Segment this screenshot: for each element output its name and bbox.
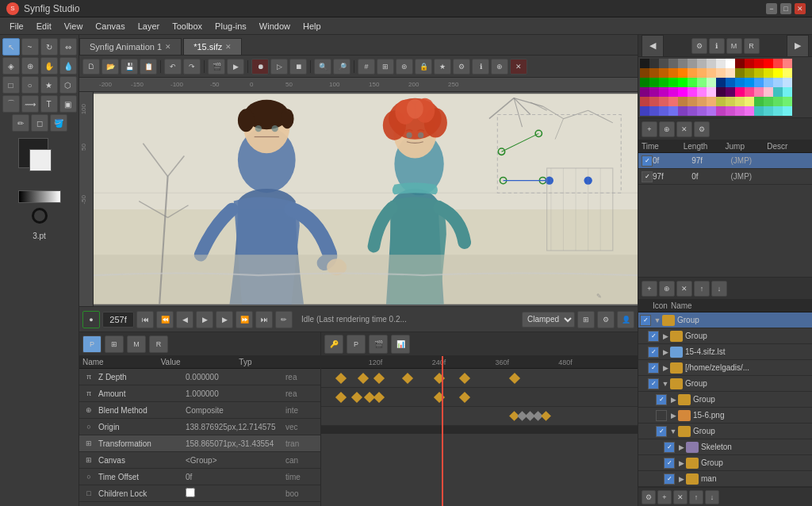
prop-canvas[interactable]: ⊞ Canvas <Group> can — [79, 452, 320, 469]
brush-tool[interactable]: ✏ — [12, 114, 29, 132]
zoom-tool[interactable]: ⊕ — [21, 57, 39, 75]
add-waypoint-btn[interactable]: ✏ — [275, 311, 293, 328]
rotate-tool[interactable]: ↻ — [40, 38, 58, 56]
palette-cell[interactable] — [726, 68, 735, 78]
tl-keyframes-tab[interactable]: 🔑 — [324, 335, 343, 354]
layer-expand-1[interactable]: ▼ — [653, 316, 662, 325]
new-canvas-btn[interactable]: 🗋 — [82, 59, 100, 75]
palette-cell[interactable] — [783, 87, 792, 97]
palette-cell[interactable] — [668, 59, 678, 68]
tl-render-tab[interactable]: 🎬 — [369, 335, 388, 354]
menu-layer[interactable]: Layer — [132, 20, 167, 33]
palette-cell[interactable] — [764, 106, 773, 116]
layer-group-2[interactable]: ✓ ▶ Group — [638, 328, 812, 344]
layer-check-10[interactable]: ✓ — [664, 458, 675, 469]
kf-2-1[interactable] — [335, 392, 347, 403]
palette-cell[interactable] — [726, 97, 735, 106]
palette-cell[interactable] — [640, 59, 649, 68]
layer-check-4[interactable]: ✓ — [648, 362, 659, 374]
snap-btn[interactable]: ⊞ — [377, 59, 394, 75]
layer-group-4[interactable]: ✓ ▶ Group — [638, 392, 812, 408]
kf-1-4[interactable] — [402, 373, 413, 384]
open-btn[interactable]: 📂 — [102, 59, 119, 75]
palette-cell[interactable] — [707, 87, 716, 97]
palette-cell[interactable] — [773, 106, 783, 116]
tab-animation1-close[interactable]: ✕ — [165, 43, 171, 51]
layer-check-11[interactable]: ✓ — [664, 473, 675, 485]
layer-expand-4[interactable]: ▶ — [661, 363, 670, 373]
layer-expand-2[interactable]: ▶ — [661, 332, 670, 341]
palette-cell[interactable] — [754, 78, 764, 87]
layer-dn-btn[interactable]: ↓ — [711, 281, 727, 297]
lf-dup-btn[interactable]: + — [657, 490, 672, 504]
palette-cell[interactable] — [745, 106, 754, 116]
canvas-viewport[interactable]: ✎ — [94, 92, 638, 306]
layer-group-3[interactable]: ✓ ▼ Group — [638, 376, 812, 392]
palette-cell[interactable] — [640, 78, 649, 87]
palette-cell[interactable] — [697, 97, 707, 106]
record-toggle-btn[interactable]: ● — [82, 311, 100, 328]
layer-check-7[interactable] — [656, 410, 667, 421]
kf-2-4[interactable] — [373, 392, 385, 403]
palette-cell[interactable] — [678, 97, 688, 106]
layer-expand-7[interactable]: ▶ — [668, 411, 678, 420]
layer-group-6[interactable]: ✓ ▶ Group — [638, 455, 812, 471]
layer-del-btn[interactable]: ✕ — [676, 281, 692, 297]
render-tab[interactable]: R — [149, 335, 168, 353]
palette-cell[interactable] — [640, 87, 649, 97]
palette-cell[interactable] — [764, 59, 773, 68]
palette-cell[interactable] — [688, 87, 697, 97]
palette-cell[interactable] — [726, 59, 735, 68]
gradient-bar[interactable] — [18, 190, 61, 203]
palette-cell[interactable] — [697, 59, 707, 68]
palette-cell[interactable] — [726, 106, 735, 116]
palette-cell[interactable] — [716, 59, 726, 68]
params-tab[interactable]: P — [82, 335, 102, 353]
menu-canvas[interactable]: Canvas — [89, 20, 131, 33]
play-btn[interactable]: ▶ — [196, 311, 213, 328]
star-tool[interactable]: ★ — [40, 76, 58, 94]
palette-cell[interactable] — [745, 68, 754, 78]
palette-cell[interactable] — [678, 59, 688, 68]
save-btn[interactable]: 💾 — [121, 59, 138, 75]
polygon-tool[interactable]: ⬡ — [59, 76, 77, 94]
child-canvas-tab[interactable]: ⊞ — [105, 335, 124, 353]
kf-1-6[interactable] — [458, 373, 469, 384]
palette-cell[interactable] — [745, 78, 754, 87]
palette-cell[interactable] — [783, 97, 792, 106]
palette-cell[interactable] — [697, 78, 707, 87]
pan-tool[interactable]: ✋ — [40, 57, 58, 75]
palette-cell[interactable] — [688, 78, 697, 87]
eraser-tool[interactable]: ◻ — [31, 114, 48, 132]
layer-group-1[interactable]: ✓ ▼ Group — [638, 312, 812, 328]
palette-cell[interactable] — [773, 68, 783, 78]
first-frame-btn[interactable]: ⏮ — [136, 311, 154, 328]
next-keyframe-btn[interactable]: ⏩ — [236, 311, 253, 328]
layer-check-9[interactable]: ✓ — [664, 442, 675, 453]
menu-help[interactable]: Help — [297, 20, 327, 33]
palette-cell[interactable] — [783, 68, 792, 78]
zoom-in-btn[interactable]: 🔍 — [314, 59, 331, 75]
prop-childrenlock[interactable]: □ Children Lock boo — [79, 485, 320, 502]
palette-cell[interactable] — [649, 87, 659, 97]
layer-expand-5[interactable]: ▼ — [661, 379, 670, 389]
palette-cell[interactable] — [773, 87, 783, 97]
palette-cell[interactable] — [649, 106, 659, 116]
menu-toolbox[interactable]: Toolbox — [166, 20, 209, 33]
kf-2-2[interactable] — [351, 392, 362, 403]
smooth-tool[interactable]: ~ — [21, 38, 39, 56]
prop-zdepth[interactable]: π Z Depth 0.000000 rea — [79, 369, 320, 385]
palette-cell[interactable] — [678, 78, 688, 87]
render-btn[interactable]: 🎬 — [208, 59, 225, 75]
layer-sifzlst[interactable]: ✓ ▶ 15-4.sifz.lst — [638, 344, 812, 360]
text-tool[interactable]: T — [40, 95, 58, 113]
palette-cell[interactable] — [668, 78, 678, 87]
bezier-tool[interactable]: ⌒ — [2, 95, 20, 113]
prop-origin[interactable]: ○ Origin 138.876925px,12.714575 vec — [79, 419, 320, 435]
wp-checkbox-2[interactable]: ✓ — [642, 171, 653, 182]
palette-cell[interactable] — [773, 97, 783, 106]
nav-back-btn[interactable]: ◀ — [642, 35, 664, 57]
palette-cell[interactable] — [649, 78, 659, 87]
lock-btn[interactable]: 🔒 — [415, 59, 432, 75]
onion-btn[interactable]: ⊚ — [396, 59, 413, 75]
